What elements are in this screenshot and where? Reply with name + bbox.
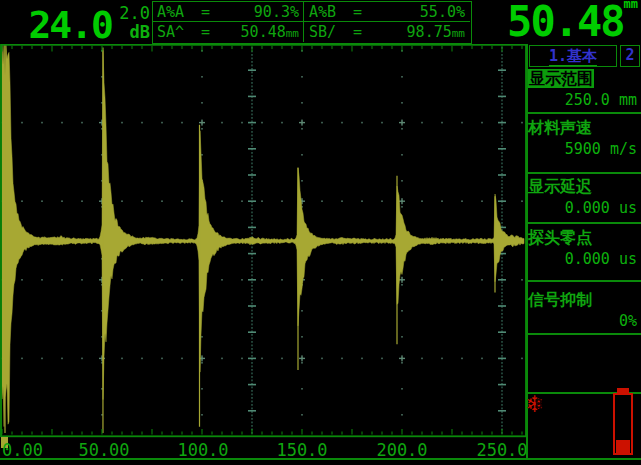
- ascan-plot: [0, 44, 527, 438]
- readout-a-soundpath: SA^=50.48mm: [157, 23, 299, 41]
- menu-item-value: 0.000 us: [528, 248, 640, 270]
- primary-measurement-value: 50.48: [507, 0, 623, 46]
- bottom-divider-line: [0, 458, 641, 460]
- primary-measurement-display: 50.48mm: [470, 0, 638, 46]
- menu-item-label: 信号抑制: [528, 289, 640, 310]
- menu-item-label: 材料声速: [528, 117, 640, 138]
- sidebar-separator: [528, 280, 641, 282]
- menu-item-probe-zero[interactable]: 探头零点 0.000 us: [528, 227, 640, 270]
- axis-tick-label-250: 250.0: [476, 440, 527, 460]
- menu-item-display-range[interactable]: 显示范围 250.0 mm: [528, 68, 640, 111]
- axis-tick-label-100: 100.0: [177, 440, 228, 460]
- gain-value: 24.0: [12, 3, 112, 47]
- freeze-icon: ❄ B: [527, 390, 555, 420]
- ascan-waveform: [2, 45, 524, 427]
- menu-item-label: 显示延迟: [528, 176, 640, 197]
- tab-page-indicator[interactable]: 2: [620, 45, 640, 67]
- menu-item-value: 0.000 us: [528, 197, 640, 219]
- menu-item-value: 0%: [528, 310, 640, 332]
- freeze-letter: B: [535, 397, 542, 411]
- readout-divider-horizontal: [152, 21, 470, 22]
- menu-item-label: 探头零点: [528, 227, 640, 248]
- primary-measurement-unit: mm: [624, 0, 638, 11]
- readout-b-soundpath: SB/=98.75mm: [309, 23, 465, 41]
- tab-basic-group[interactable]: 1.基本: [529, 45, 617, 67]
- sidebar-separator: [528, 333, 641, 335]
- menu-item-label: 显示范围: [528, 68, 640, 89]
- tab-basic-label: 1.基本: [549, 47, 597, 66]
- readout-b-amplitude: A%B=55.0%: [309, 3, 465, 21]
- menu-item-material-velocity[interactable]: 材料声速 5900 m/s: [528, 117, 640, 160]
- readout-a-amplitude: A%A=90.3%: [157, 3, 299, 21]
- axis-tick-label-150: 150.0: [276, 440, 327, 460]
- axis-tick-label-200: 200.0: [376, 440, 427, 460]
- axis-tick-label-50: 50.00: [78, 440, 129, 460]
- gain-unit-label: dB: [112, 22, 150, 42]
- menu-item-reject[interactable]: 信号抑制 0%: [528, 289, 640, 332]
- battery-charge-level: [616, 440, 630, 453]
- sidebar-separator: [528, 112, 641, 114]
- flaw-detector-screen: 24.0 2.0 dB A%A=90.3% SA^=50.48mm A%B=55…: [0, 0, 641, 465]
- menu-item-display-delay[interactable]: 显示延迟 0.000 us: [528, 176, 640, 219]
- sidebar-separator: [528, 172, 641, 174]
- axis-tick-label-0: 0.00: [2, 440, 43, 460]
- sidebar-separator: [528, 222, 641, 224]
- menu-item-value: 5900 m/s: [528, 138, 640, 160]
- menu-item-value: 250.0 mm: [528, 89, 640, 111]
- gain-step-value: 2.0: [112, 3, 150, 23]
